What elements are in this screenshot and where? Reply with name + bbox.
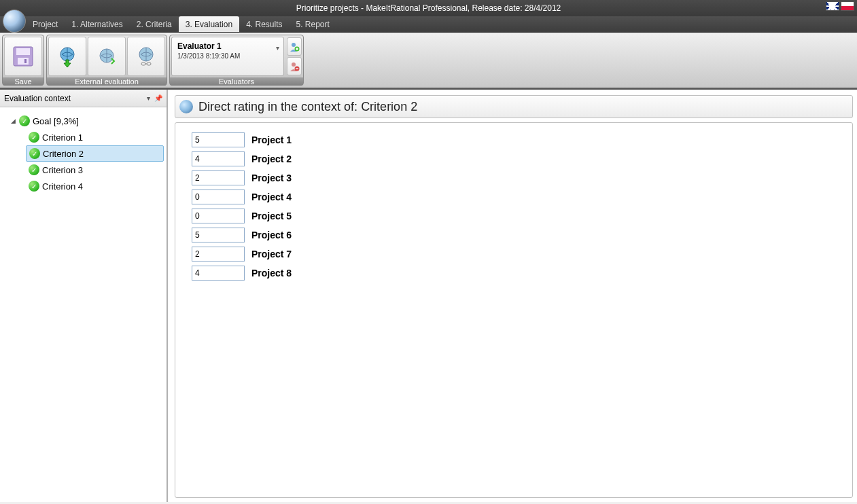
- chevron-down-icon: ▾: [276, 44, 279, 52]
- rating-row: Project 8: [192, 266, 836, 281]
- rating-label: Project 3: [251, 173, 292, 183]
- floppy-icon: [11, 44, 35, 69]
- add-evaluator-button[interactable]: [287, 37, 302, 56]
- context-orb-icon: [179, 100, 193, 113]
- rating-input[interactable]: [192, 247, 245, 262]
- rating-row: Project 6: [192, 228, 836, 242]
- menubar: Project1. Alternatives2. Criteria3. Eval…: [0, 16, 857, 33]
- sidebar-dropdown-icon[interactable]: ▾: [147, 94, 150, 102]
- check-icon: ✓: [29, 164, 39, 175]
- rating-input[interactable]: [192, 266, 245, 281]
- save-button[interactable]: [4, 37, 42, 76]
- menu-item-3-evaluation[interactable]: 3. Evaluation: [179, 16, 239, 32]
- app-orb-icon[interactable]: [3, 10, 26, 33]
- menu-item-5-report[interactable]: 5. Report: [290, 16, 336, 32]
- rating-label: Project 5: [251, 211, 292, 221]
- rating-label: Project 4: [251, 192, 292, 202]
- tree-criterion[interactable]: ✓Criterion 4: [26, 178, 164, 194]
- globe-link-icon: [135, 45, 158, 68]
- rating-input[interactable]: [192, 209, 245, 223]
- check-icon: ✓: [29, 181, 39, 192]
- sidebar: Evaluation context ▾ 📌 ◢ ✓ Goal [9,3%] ✓…: [0, 90, 168, 502]
- tree-criterion[interactable]: ✓Criterion 2: [26, 145, 164, 162]
- menu-item-4-results[interactable]: 4. Results: [239, 16, 289, 32]
- svg-point-10: [292, 43, 296, 47]
- rating-input[interactable]: [192, 151, 245, 166]
- remove-evaluator-button[interactable]: [287, 57, 302, 75]
- language-flags: [826, 1, 854, 11]
- window-title: Prioritize projects - MakeItRational Pro…: [296, 3, 561, 13]
- svg-rect-2: [18, 58, 29, 65]
- rating-label: Project 2: [251, 154, 292, 164]
- workspace: Evaluation context ▾ 📌 ◢ ✓ Goal [9,3%] ✓…: [0, 90, 857, 502]
- ribbon-group-external: External evaluation: [46, 35, 167, 86]
- check-icon: ✓: [19, 115, 30, 126]
- sidebar-title: Evaluation context: [4, 94, 71, 103]
- ribbon-group-label: Evaluators: [170, 77, 303, 86]
- tree-criterion[interactable]: ✓Criterion 1: [26, 129, 164, 145]
- ribbon-group-save: Save: [2, 35, 44, 86]
- evaluator-side-buttons: [287, 37, 302, 75]
- rating-row: Project 7: [192, 247, 836, 262]
- svg-rect-3: [24, 59, 27, 63]
- rating-input[interactable]: [192, 190, 245, 204]
- menu-item-1-alternatives[interactable]: 1. Alternatives: [65, 16, 129, 32]
- evaluator-dropdown[interactable]: Evaluator 1 1/3/2013 8:19:30 AM ▾: [171, 37, 284, 76]
- rating-row: Project 4: [192, 190, 836, 204]
- panel-body: Project 1Project 2Project 3Project 4Proj…: [175, 122, 853, 498]
- globe-upload-icon: [95, 45, 118, 68]
- tree-criterion-label: Criterion 1: [42, 132, 83, 143]
- sidebar-header: Evaluation context ▾ 📌: [0, 90, 167, 107]
- rating-row: Project 2: [192, 151, 836, 166]
- rating-label: Project 7: [251, 249, 292, 259]
- rating-label: Project 8: [251, 268, 292, 278]
- download-eval-button[interactable]: [48, 37, 86, 76]
- rating-input[interactable]: [192, 132, 245, 147]
- panel-title-context: Criterion 2: [361, 100, 417, 113]
- rating-label: Project 6: [251, 230, 292, 240]
- tree-criterion[interactable]: ✓Criterion 3: [26, 162, 164, 178]
- main-panel: Direct rating in the context of: Criteri…: [168, 90, 857, 502]
- evaluator-name: Evaluator 1: [177, 41, 278, 51]
- panel-title-prefix: Direct rating in the context of:: [198, 100, 361, 113]
- ribbon-group-evaluators: Evaluator 1 1/3/2013 8:19:30 AM ▾: [169, 35, 304, 86]
- tree-criterion-label: Criterion 3: [42, 165, 83, 175]
- tree: ◢ ✓ Goal [9,3%] ✓Criterion 1✓Criterion 2…: [0, 107, 167, 200]
- tree-criterion-label: Criterion 4: [42, 181, 83, 192]
- tree-goal[interactable]: ◢ ✓ Goal [9,3%]: [8, 113, 164, 129]
- globe-download-icon: [56, 45, 79, 68]
- titlebar: Prioritize projects - MakeItRational Pro…: [0, 0, 857, 16]
- rating-label: Project 1: [251, 134, 292, 145]
- menu-item-project[interactable]: Project: [26, 16, 65, 32]
- rating-row: Project 5: [192, 209, 836, 223]
- user-remove-icon: [289, 61, 300, 72]
- link-eval-button[interactable]: [127, 37, 165, 76]
- sidebar-pin-icon[interactable]: 📌: [154, 94, 162, 102]
- upload-eval-button[interactable]: [88, 37, 126, 76]
- menu-item-2-criteria[interactable]: 2. Criteria: [130, 16, 179, 32]
- user-add-icon: [289, 41, 300, 52]
- panel-title: Direct rating in the context of: Criteri…: [198, 100, 417, 114]
- check-icon: ✓: [29, 132, 39, 143]
- collapse-arrow-icon[interactable]: ◢: [11, 118, 18, 124]
- rating-row: Project 3: [192, 170, 836, 185]
- tree-criterion-label: Criterion 2: [43, 149, 84, 159]
- ribbon-group-label: External evaluation: [47, 77, 167, 86]
- svg-point-12: [292, 62, 296, 67]
- ribbon-group-label: Save: [3, 77, 43, 86]
- ribbon: Save: [0, 33, 857, 90]
- svg-rect-1: [16, 48, 30, 55]
- flag-uk-icon[interactable]: [826, 1, 839, 11]
- check-icon: ✓: [29, 148, 40, 159]
- rating-row: Project 1: [192, 132, 836, 147]
- rating-input[interactable]: [192, 170, 245, 185]
- panel-header: Direct rating in the context of: Criteri…: [175, 95, 853, 118]
- rating-input[interactable]: [192, 228, 245, 242]
- evaluator-timestamp: 1/3/2013 8:19:30 AM: [177, 52, 278, 60]
- flag-pl-icon[interactable]: [841, 1, 854, 11]
- tree-goal-label: Goal [9,3%]: [33, 116, 79, 126]
